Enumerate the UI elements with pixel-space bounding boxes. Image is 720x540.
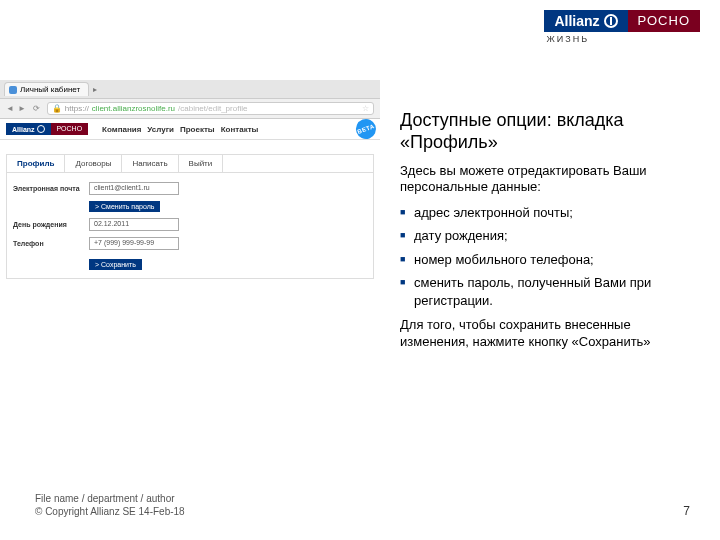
change-password-button[interactable]: > Сменить пароль (89, 201, 160, 212)
back-icon[interactable]: ◄ (6, 104, 14, 113)
allianz-ring-icon (37, 125, 45, 133)
tab-profile[interactable]: Профиль (7, 155, 65, 172)
slide-text: Доступные опции: вкладка «Профиль» Здесь… (400, 110, 700, 358)
footer-copyright: © Copyright Allianz SE 14-Feb-18 (35, 505, 185, 518)
bullet-phone: номер мобильного телефона; (400, 251, 700, 269)
label-email: Электронная почта (13, 185, 83, 192)
slide-outro: Для того, чтобы сохранить внесенные изме… (400, 317, 700, 350)
browser-tab[interactable]: Личный кабинет (4, 82, 89, 96)
url-host: client.allianzrosnolife.ru (92, 104, 175, 113)
allianz-logo: Allianz (544, 10, 627, 32)
allianz-text: Allianz (554, 13, 599, 29)
site-header: Allianz РОСНО Компания Услуги Проекты Ко… (0, 119, 380, 140)
bullet-password: сменить пароль, полученный Вами при реги… (400, 274, 700, 309)
bullet-dob: дату рождения; (400, 227, 700, 245)
rosno-logo: РОСНО (628, 10, 700, 32)
tab-contracts[interactable]: Договоры (65, 155, 122, 172)
dob-field[interactable]: 02.12.2011 (89, 218, 179, 231)
slide-title: Доступные опции: вкладка «Профиль» (400, 110, 700, 153)
tab-title: Личный кабинет (20, 85, 80, 94)
browser-tab-strip: Личный кабинет ▸ (0, 80, 380, 98)
bookmark-star-icon[interactable]: ☆ (362, 104, 369, 113)
brand-subtext: жизнь (544, 34, 589, 44)
url-field[interactable]: 🔒 https://client.allianzrosnolife.ru/cab… (47, 102, 374, 115)
brand-logo: Allianz РОСНО жизнь (544, 10, 700, 44)
beta-badge: BETA (353, 116, 379, 142)
nav-contacts[interactable]: Контакты (221, 125, 259, 134)
tab-write[interactable]: Написать (122, 155, 178, 172)
nav-projects[interactable]: Проекты (180, 125, 215, 134)
site-logo[interactable]: Allianz РОСНО (6, 123, 88, 135)
reload-icon[interactable]: ⟳ (30, 104, 43, 113)
url-path: /cabinet/edit_profile (178, 104, 247, 113)
phone-field[interactable]: +7 (999) 999-99-99 (89, 237, 179, 250)
browser-screenshot: Личный кабинет ▸ ◄ ► ⟳ 🔒 https://client.… (0, 80, 380, 289)
email-field[interactable]: client1@client1.ru (89, 182, 179, 195)
page-number: 7 (683, 504, 690, 518)
bullet-email: адрес электронной почты; (400, 204, 700, 222)
lock-icon: 🔒 (52, 104, 62, 113)
nav-company[interactable]: Компания (102, 125, 141, 134)
slide-footer: File name / department / author © Copyri… (35, 492, 185, 518)
address-bar: ◄ ► ⟳ 🔒 https://client.allianzrosnolife.… (0, 98, 380, 119)
save-button[interactable]: > Сохранить (89, 259, 142, 270)
tab-logout[interactable]: Выйти (179, 155, 224, 172)
forward-icon[interactable]: ► (18, 104, 26, 113)
label-phone: Телефон (13, 240, 83, 247)
new-tab-icon[interactable]: ▸ (93, 85, 97, 94)
site-tabs: Профиль Договоры Написать Выйти (7, 155, 373, 173)
allianz-ring-icon (604, 14, 618, 28)
slide-intro: Здесь вы можете отредактировать Ваши пер… (400, 163, 700, 196)
footer-filename: File name / department / author (35, 492, 185, 505)
label-dob: День рождения (13, 221, 83, 228)
favicon-icon (9, 86, 17, 94)
nav-services[interactable]: Услуги (147, 125, 174, 134)
profile-form: Электронная почта client1@client1.ru > С… (7, 173, 373, 278)
